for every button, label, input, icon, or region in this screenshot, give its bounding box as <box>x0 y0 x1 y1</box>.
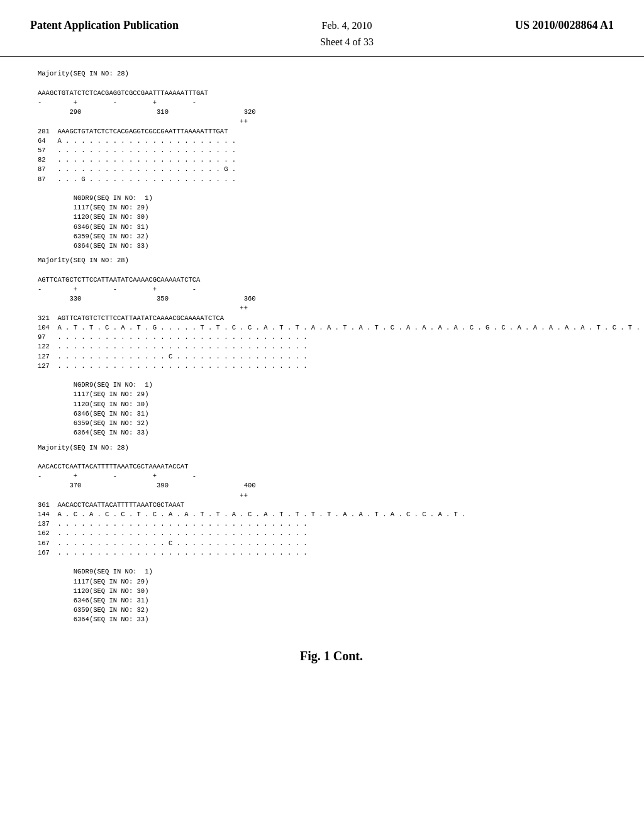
sequence-block-2: Majority(SEQ IN NO: 28) AGTTCATGCTCTTCCA… <box>38 256 625 438</box>
sequence-block-1: Majority(SEQ IN NO: 28) AAAGCTGTATCTCTCA… <box>38 69 625 251</box>
sequence-block-3: Majority(SEQ IN NO: 28) AACACCTCAATTACAT… <box>38 443 625 625</box>
main-content: Majority(SEQ IN NO: 28) AAAGCTGTATCTCTCA… <box>0 57 644 675</box>
page-header: Patent Application Publication Feb. 4, 2… <box>0 0 644 57</box>
publication-title: Patent Application Publication <box>30 18 179 33</box>
fig-label: Fig. 1 Cont. <box>38 649 625 663</box>
patent-number: US 2010/0028864 A1 <box>515 18 614 33</box>
header-center: Feb. 4, 2010 Sheet 4 of 33 <box>320 18 374 50</box>
